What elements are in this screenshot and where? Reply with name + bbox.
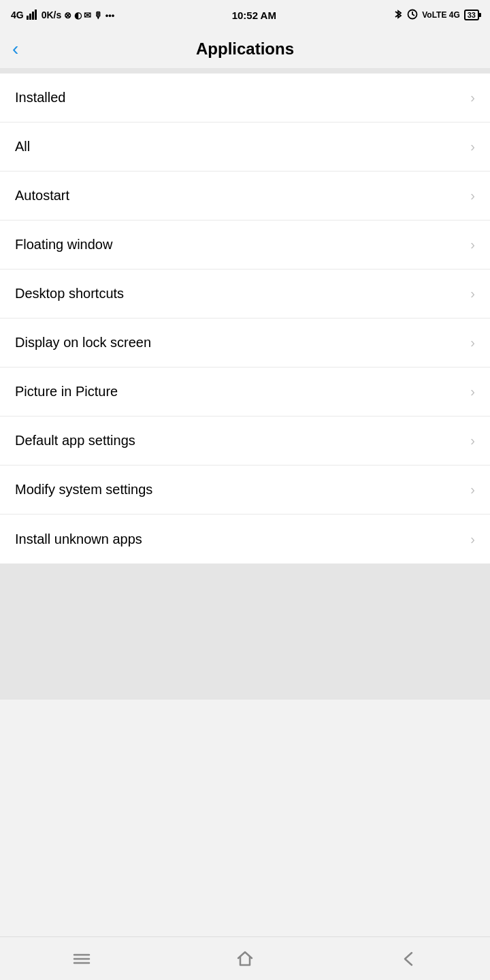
network-indicator: 4G [11, 10, 24, 20]
misc-icons: ⊗ ◐ ✉ 🎙 ••• [64, 10, 114, 20]
menu-item-label: All [15, 139, 30, 154]
menu-item-desktop-shortcuts[interactable]: Desktop shortcuts› [0, 270, 490, 318]
chevron-right-icon: › [470, 188, 475, 203]
lte-indicator: VoLTE 4G [422, 10, 460, 20]
battery-indicator: 33 [464, 10, 479, 20]
bottom-space [0, 564, 490, 700]
menu-item-all[interactable]: All› [0, 122, 490, 172]
menu-item-label: Floating window [15, 237, 112, 252]
chevron-right-icon: › [470, 139, 475, 154]
menu-item-label: Display on lock screen [15, 335, 151, 350]
menu-item-picture-in-picture[interactable]: Picture in Picture› [0, 368, 490, 416]
applications-menu-list: Installed›All›Autostart›Floating window›… [0, 74, 490, 564]
signal-bars [27, 9, 39, 22]
back-arrow-icon [398, 949, 419, 969]
chevron-right-icon: › [470, 482, 475, 497]
menu-item-label: Picture in Picture [15, 384, 118, 399]
menu-item-label: Desktop shortcuts [15, 286, 124, 301]
page-title: Applications [14, 39, 476, 59]
chevron-right-icon: › [470, 286, 475, 301]
svg-rect-1 [29, 14, 31, 20]
nav-home-button[interactable] [218, 945, 272, 973]
menu-item-label: Install unknown apps [15, 532, 142, 547]
menu-item-install-unknown-apps[interactable]: Install unknown apps› [0, 514, 490, 564]
svg-rect-0 [27, 16, 29, 20]
menu-item-modify-system-settings[interactable]: Modify system settings› [0, 466, 490, 514]
menu-item-label: Autostart [15, 188, 69, 203]
chevron-right-icon: › [470, 532, 475, 547]
chevron-right-icon: › [470, 90, 475, 105]
menu-lines-icon [71, 949, 92, 969]
status-time: 10:52 AM [232, 10, 276, 21]
menu-item-display-on-lock-screen[interactable]: Display on lock screen› [0, 318, 490, 368]
chevron-right-icon: › [470, 384, 475, 399]
chevron-right-icon: › [470, 335, 475, 350]
clock-icon [407, 9, 418, 22]
nav-bar [0, 936, 490, 980]
menu-item-autostart[interactable]: Autostart› [0, 172, 490, 220]
menu-item-label: Installed [15, 90, 66, 105]
chevron-right-icon: › [470, 237, 475, 252]
header-divider [0, 68, 490, 74]
status-bar: 4G 0K/s ⊗ ◐ ✉ 🎙 ••• 10:52 AM VoLTE 4G 33 [0, 0, 490, 30]
menu-item-installed[interactable]: Installed› [0, 74, 490, 122]
svg-rect-2 [32, 12, 34, 20]
menu-item-default-app-settings[interactable]: Default app settings› [0, 416, 490, 466]
status-right: VoLTE 4G 33 [393, 9, 479, 22]
page-header: ‹ Applications [0, 30, 490, 68]
back-button[interactable]: ‹ [12, 39, 18, 59]
status-left: 4G 0K/s ⊗ ◐ ✉ 🎙 ••• [11, 9, 114, 22]
data-speed: 0K/s [42, 10, 62, 20]
svg-rect-3 [35, 10, 37, 20]
bluetooth-icon [393, 9, 403, 22]
menu-item-label: Modify system settings [15, 482, 152, 497]
nav-back-button[interactable] [381, 945, 436, 973]
menu-item-floating-window[interactable]: Floating window› [0, 220, 490, 270]
chevron-right-icon: › [470, 433, 475, 448]
nav-menu-button[interactable] [54, 945, 109, 973]
home-icon [235, 949, 255, 969]
menu-item-label: Default app settings [15, 433, 135, 448]
